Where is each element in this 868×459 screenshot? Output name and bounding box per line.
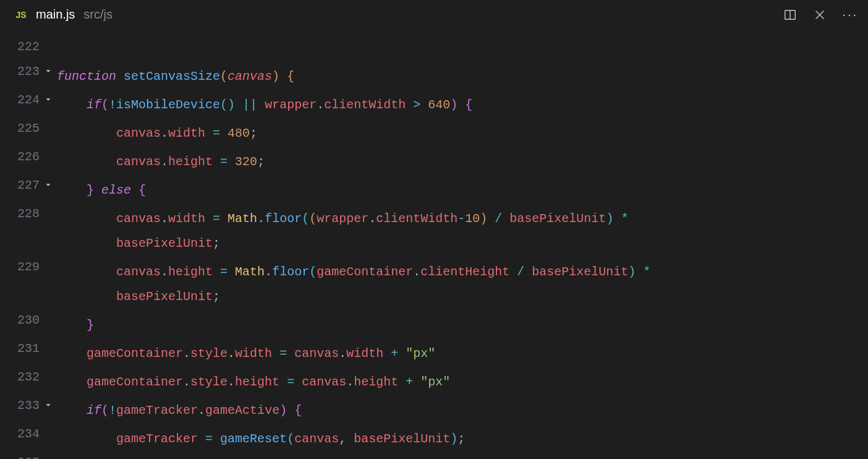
code-content: canvas.width = Math.floor((wrapper.clien…	[57, 203, 636, 256]
line-number: 232	[0, 366, 40, 384]
code-line: 233 if(!gameTracker.gameActive) {	[0, 395, 868, 423]
code-line: 232 gameContainer.style.height = canvas.…	[0, 366, 868, 395]
code-content: }	[57, 452, 94, 459]
line-number: 227	[0, 174, 40, 192]
fold-gutter	[40, 118, 57, 124]
fold-gutter	[40, 452, 57, 458]
code-content: function setCanvasSize(canvas) {	[57, 61, 294, 89]
code-content: canvas.height = Math.floor(gameContainer…	[57, 256, 658, 309]
more-actions-icon[interactable]: ···	[842, 7, 858, 22]
code-line: 231 gameContainer.style.width = canvas.w…	[0, 338, 868, 366]
code-content: gameContainer.style.width = canvas.width…	[57, 338, 435, 366]
code-content: } else {	[57, 174, 146, 203]
fold-gutter	[40, 366, 57, 372]
code-line: 226 canvas.height = 320;	[0, 146, 868, 174]
code-content: }	[57, 309, 94, 338]
fold-gutter	[40, 256, 57, 262]
fold-toggle-icon[interactable]	[40, 61, 57, 75]
code-content: if(!gameTracker.gameActive) {	[57, 395, 302, 423]
line-number: 229	[0, 256, 40, 274]
tab-filename: main.js	[36, 7, 75, 22]
line-number: 233	[0, 395, 40, 413]
line-number: 231	[0, 338, 40, 356]
close-icon[interactable]	[812, 7, 827, 22]
line-number: 222	[0, 36, 40, 54]
file-tab[interactable]: JS main.js src/js	[12, 0, 121, 29]
code-line: 235 }	[0, 452, 868, 459]
fold-gutter	[40, 36, 57, 42]
line-number: 224	[0, 89, 40, 107]
fold-gutter	[40, 146, 57, 152]
editor-tabbar: JS main.js src/js ···	[0, 0, 868, 30]
fold-gutter	[40, 423, 57, 429]
code-line: 228 canvas.width = Math.floor((wrapper.c…	[0, 203, 868, 256]
code-content: gameContainer.style.height = canvas.heig…	[57, 366, 450, 395]
code-content: gameTracker = gameReset(canvas, basePixe…	[57, 423, 465, 452]
code-line: 229 canvas.height = Math.floor(gameConta…	[0, 256, 868, 309]
fold-gutter	[40, 338, 57, 344]
fold-toggle-icon[interactable]	[40, 174, 57, 189]
fold-gutter	[40, 309, 57, 315]
js-file-icon: JS	[12, 6, 30, 24]
tab-actions: ···	[783, 0, 858, 29]
fold-gutter	[40, 203, 57, 209]
code-content: canvas.width = 480;	[57, 118, 257, 146]
code-editor[interactable]: 222 223 function setCanvasSize(canvas) {…	[0, 30, 868, 459]
code-line: 223 function setCanvasSize(canvas) {	[0, 61, 868, 89]
code-line: 230 }	[0, 309, 868, 338]
line-number: 230	[0, 309, 40, 327]
code-content: canvas.height = 320;	[57, 146, 265, 174]
line-number: 226	[0, 146, 40, 164]
code-content: if(!isMobileDevice() || wrapper.clientWi…	[57, 89, 472, 118]
line-number: 223	[0, 61, 40, 79]
code-line: 222	[0, 36, 868, 61]
code-line: 224 if(!isMobileDevice() || wrapper.clie…	[0, 89, 868, 118]
line-number: 234	[0, 423, 40, 441]
line-number: 228	[0, 203, 40, 221]
split-editor-icon[interactable]	[783, 7, 798, 22]
code-line: 234 gameTracker = gameReset(canvas, base…	[0, 423, 868, 452]
tab-path: src/js	[83, 7, 113, 22]
line-number: 235	[0, 452, 40, 459]
code-line: 227 } else {	[0, 174, 868, 203]
line-number: 225	[0, 118, 40, 135]
code-line: 225 canvas.width = 480;	[0, 118, 868, 146]
fold-toggle-icon[interactable]	[40, 395, 57, 410]
fold-toggle-icon[interactable]	[40, 89, 57, 104]
